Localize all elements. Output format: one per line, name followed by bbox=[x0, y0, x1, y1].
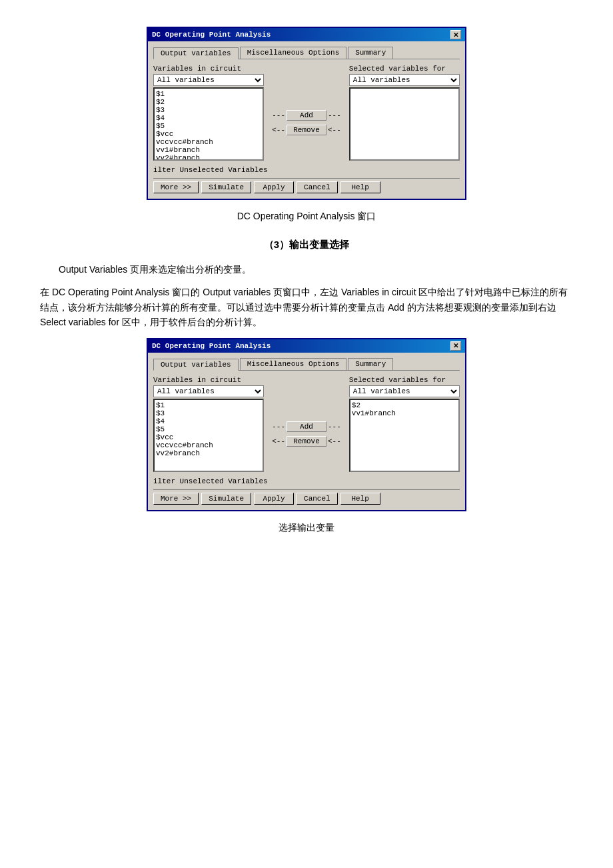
tab-summary-2[interactable]: Summary bbox=[348, 358, 393, 370]
dialog2-remove-arrows: <-- Remove <-- bbox=[272, 436, 341, 447]
dialog2-caption: 选择输出变量 bbox=[40, 522, 573, 534]
dialog1-remove-button[interactable]: Remove bbox=[287, 125, 326, 135]
dialog2-remove-button[interactable]: Remove bbox=[287, 436, 326, 447]
dialog1-cancel-button[interactable]: Cancel bbox=[297, 181, 338, 193]
dialog2-help-button[interactable]: Help bbox=[340, 493, 380, 505]
dialog1-filter-label: ilter Unselected Variables bbox=[153, 166, 268, 174]
dialog1-right-label: Selected variables for bbox=[349, 65, 460, 73]
para1: Output Variables 页用来选定输出分析的变量。 bbox=[40, 262, 573, 277]
dialog1-add-arrows: --- Add --- bbox=[272, 110, 341, 121]
list-item[interactable]: vv2#branch bbox=[156, 449, 261, 457]
list-item[interactable]: $vcc bbox=[156, 433, 261, 441]
list-item[interactable]: $1 bbox=[156, 401, 261, 409]
list-item[interactable]: vv1#branch bbox=[156, 146, 261, 154]
dialog2-add-arrows: --- Add --- bbox=[272, 421, 341, 432]
dialog1-left-listbox[interactable]: $1 $2 $3 $4 $5 $vcc vccvcc#branch vv1#br… bbox=[153, 87, 264, 161]
list-item[interactable]: $vcc bbox=[156, 130, 261, 138]
dialog2-close-button[interactable]: ✕ bbox=[450, 341, 461, 351]
dialog1-add-button[interactable]: Add bbox=[287, 110, 326, 121]
tab-output-variables-1[interactable]: Output variables bbox=[153, 47, 239, 59]
dialog1-center-panel: --- Add --- <-- Remove <-- bbox=[269, 65, 344, 161]
dialog2-titlebar: DC Operating Point Analysis ✕ bbox=[148, 339, 465, 353]
dialog2-footer: More >> Simulate Apply Cancel Help bbox=[153, 489, 460, 505]
list-item[interactable]: $2 bbox=[156, 98, 261, 106]
tab-output-variables-2[interactable]: Output variables bbox=[153, 359, 239, 371]
list-item[interactable]: vccvcc#branch bbox=[156, 441, 261, 449]
dialog2-cancel-button[interactable]: Cancel bbox=[297, 493, 338, 505]
list-item[interactable]: $2 bbox=[352, 401, 457, 409]
dialog2-filter-row: ilter Unselected Variables bbox=[153, 477, 460, 485]
dialog1-remove-arrows: <-- Remove <-- bbox=[272, 125, 341, 135]
list-item[interactable]: $4 bbox=[156, 417, 261, 425]
dialog1-window: DC Operating Point Analysis ✕ Output var… bbox=[147, 27, 466, 200]
dialog1-more-button[interactable]: More >> bbox=[153, 181, 199, 193]
dialog2-left-listbox[interactable]: $1 $3 $4 $5 $vcc vccvcc#branch vv2#branc… bbox=[153, 399, 264, 472]
dialog2-right-dropdown[interactable]: All variables bbox=[349, 385, 460, 397]
list-item[interactable]: $4 bbox=[156, 114, 261, 122]
list-item[interactable]: $5 bbox=[156, 425, 261, 433]
dialog1-titlebar: DC Operating Point Analysis ✕ bbox=[148, 28, 465, 41]
dialog2-window: DC Operating Point Analysis ✕ Output var… bbox=[147, 338, 466, 511]
dialog1-apply-button[interactable]: Apply bbox=[254, 181, 294, 193]
dialog2-add-button[interactable]: Add bbox=[287, 421, 326, 432]
section-heading: （3）输出变量选择 bbox=[40, 239, 573, 251]
dialog1-left-label: Variables in circuit bbox=[153, 65, 264, 73]
dialog2-apply-button[interactable]: Apply bbox=[254, 493, 294, 505]
dialog1-right-listbox[interactable] bbox=[349, 87, 460, 161]
dialog1-left-dropdown[interactable]: All variables bbox=[153, 74, 264, 86]
dialog1-title: DC Operating Point Analysis bbox=[152, 31, 271, 39]
dialog2-right-label: Selected variables for bbox=[349, 376, 460, 384]
dialog1-right-dropdown[interactable]: All variables bbox=[349, 74, 460, 86]
tab-misc-options-2[interactable]: Miscellaneous Options bbox=[240, 358, 347, 370]
list-item[interactable]: vv2#branch bbox=[156, 154, 261, 161]
dialog1-right-panel: Selected variables for All variables bbox=[349, 65, 460, 161]
dialog1-body: Output variables Miscellaneous Options S… bbox=[148, 41, 465, 199]
list-item[interactable]: $3 bbox=[156, 409, 261, 417]
dialog1-left-panel: Variables in circuit All variables $1 $2… bbox=[153, 65, 264, 161]
dialog2-right-listbox[interactable]: $2 vv1#branch bbox=[349, 399, 460, 472]
dialog2-center-panel: --- Add --- <-- Remove <-- bbox=[269, 376, 344, 472]
dialog2-left-label: Variables in circuit bbox=[153, 376, 264, 384]
dialog1-simulate-button[interactable]: Simulate bbox=[201, 181, 251, 193]
dialog1-close-button[interactable]: ✕ bbox=[450, 30, 461, 39]
dialog2-left-dropdown[interactable]: All variables bbox=[153, 385, 264, 397]
dialog2-left-panel: Variables in circuit All variables $1 $3… bbox=[153, 376, 264, 472]
dialog2-title: DC Operating Point Analysis bbox=[152, 342, 271, 350]
dialog1-caption: DC Operating Point Analysis 窗口 bbox=[40, 211, 573, 223]
dialog2-tab-bar: Output variables Miscellaneous Options S… bbox=[153, 358, 460, 371]
dialog1-filter-row: ilter Unselected Variables bbox=[153, 166, 460, 174]
dialog2-right-panel: Selected variables for All variables $2 … bbox=[349, 376, 460, 472]
para2: 在 DC Operating Point Analysis 窗口的 Output… bbox=[40, 285, 573, 329]
dialog2-filter-label: ilter Unselected Variables bbox=[153, 477, 268, 485]
dialog2-content: Variables in circuit All variables $1 $3… bbox=[153, 376, 460, 472]
tab-summary-1[interactable]: Summary bbox=[348, 47, 393, 59]
list-item[interactable]: vv1#branch bbox=[352, 409, 457, 417]
dialog2-more-button[interactable]: More >> bbox=[153, 493, 199, 505]
dialog1-tab-bar: Output variables Miscellaneous Options S… bbox=[153, 47, 460, 59]
list-item[interactable]: $1 bbox=[156, 90, 261, 98]
dialog1-content: Variables in circuit All variables $1 $2… bbox=[153, 65, 460, 161]
list-item[interactable]: $3 bbox=[156, 106, 261, 114]
tab-misc-options-1[interactable]: Miscellaneous Options bbox=[240, 47, 347, 59]
dialog1-help-button[interactable]: Help bbox=[340, 181, 380, 193]
list-item[interactable]: vccvcc#branch bbox=[156, 138, 261, 146]
dialog2-body: Output variables Miscellaneous Options S… bbox=[148, 353, 465, 510]
dialog2-simulate-button[interactable]: Simulate bbox=[201, 493, 251, 505]
list-item[interactable]: $5 bbox=[156, 122, 261, 130]
dialog1-footer: More >> Simulate Apply Cancel Help bbox=[153, 178, 460, 193]
